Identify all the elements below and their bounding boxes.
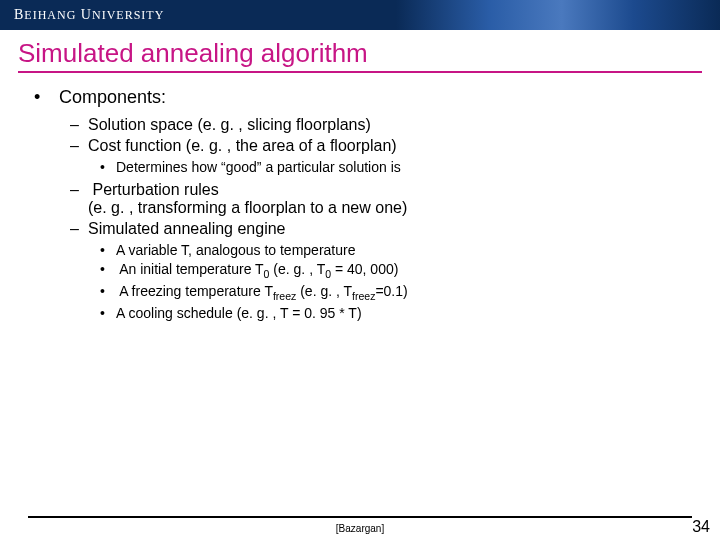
page-number: 34 bbox=[692, 518, 710, 536]
slide-body: Components: Solution space (e. g. , slic… bbox=[0, 73, 720, 321]
bullet-initial-temp: An initial temperature T0 (e. g. , T0 = … bbox=[100, 261, 720, 280]
bullet-variable-t: A variable T, analogous to temperature bbox=[100, 242, 720, 258]
bullet-cost-function: Cost function (e. g. , the area of a flo… bbox=[70, 137, 720, 175]
bullet-components: Components: Solution space (e. g. , slic… bbox=[36, 87, 720, 321]
components-label: Components: bbox=[59, 87, 166, 107]
banner-u: U bbox=[81, 7, 92, 22]
slide-title: Simulated annealing algorithm bbox=[18, 38, 702, 73]
citation: [Bazargan] bbox=[0, 523, 720, 534]
banner-niversity: NIVERSITY bbox=[92, 8, 164, 22]
bullet-solution-space: Solution space (e. g. , slicing floorpla… bbox=[70, 116, 720, 134]
banner-text: BEIHANG UNIVERSITY bbox=[14, 7, 164, 23]
title-wrap: Simulated annealing algorithm bbox=[0, 30, 720, 73]
bullet-determines: Determines how “good” a particular solut… bbox=[100, 159, 720, 175]
bullet-cooling-schedule: A cooling schedule (e. g. , T = 0. 95 * … bbox=[100, 305, 720, 321]
bullet-sa-engine: Simulated annealing engine A variable T,… bbox=[70, 220, 720, 321]
footer-rule bbox=[28, 516, 692, 518]
bullet-freezing-temp: A freezing temperature Tfreez (e. g. , T… bbox=[100, 283, 720, 302]
banner-eihang: EIHANG bbox=[24, 8, 76, 22]
banner-b: B bbox=[14, 7, 24, 22]
university-banner: BEIHANG UNIVERSITY bbox=[0, 0, 720, 30]
slide: BEIHANG UNIVERSITY Simulated annealing a… bbox=[0, 0, 720, 540]
bullet-perturbation: Perturbation rules (e. g. , transforming… bbox=[70, 181, 720, 217]
